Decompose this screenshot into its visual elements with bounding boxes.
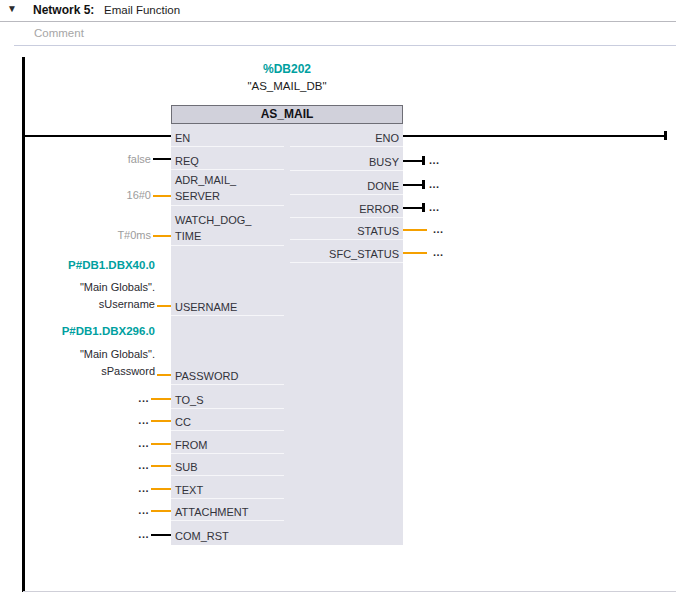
pin-done[interactable]: DONE bbox=[280, 178, 399, 194]
pin-underline bbox=[171, 453, 284, 454]
wire-username bbox=[157, 305, 171, 307]
operand-busy[interactable]: ... bbox=[429, 154, 445, 166]
pin-req[interactable]: REQ bbox=[175, 153, 199, 169]
pin-from[interactable]: FROM bbox=[175, 437, 207, 453]
operand-req[interactable]: false bbox=[60, 153, 151, 165]
pin-status[interactable]: STATUS bbox=[280, 223, 399, 239]
operand-status[interactable]: ... bbox=[433, 223, 449, 235]
wire-sfc-status bbox=[403, 252, 427, 254]
pin-text[interactable]: TEXT bbox=[175, 482, 203, 498]
operand-attachment[interactable]: ... bbox=[133, 504, 149, 516]
pin-username[interactable]: USERNAME bbox=[175, 299, 237, 315]
operand-sub[interactable]: ... bbox=[133, 459, 149, 471]
wire-error-endcap bbox=[422, 203, 425, 212]
wire-done-endcap bbox=[422, 180, 425, 189]
operand-adr-mail-server[interactable]: 16#0 bbox=[60, 189, 151, 201]
wire-sub bbox=[151, 465, 171, 467]
wire-watch-dog-time bbox=[153, 235, 171, 237]
pin-underline bbox=[171, 475, 284, 476]
operand-username[interactable]: "Main Globals". sUsername bbox=[20, 279, 155, 313]
pin-busy[interactable]: BUSY bbox=[280, 154, 399, 170]
comment-divider bbox=[14, 45, 676, 46]
operand-username-pointer[interactable]: P#DB1.DBX40.0 bbox=[20, 259, 155, 271]
wire-com-rst bbox=[151, 534, 171, 536]
pin-underline bbox=[171, 315, 284, 316]
wire-eno bbox=[403, 135, 667, 137]
operand-text[interactable]: ... bbox=[133, 482, 149, 494]
operand-to-s[interactable]: ... bbox=[133, 392, 149, 404]
operand-sfc-status[interactable]: ... bbox=[433, 246, 449, 258]
pin-watch-dog-time[interactable]: WATCH_DOG_ TIME bbox=[175, 212, 251, 244]
wire-busy bbox=[403, 160, 424, 162]
pin-underline bbox=[171, 146, 284, 147]
comment-input[interactable]: Comment bbox=[34, 27, 84, 39]
instance-db-number[interactable]: %DB202 bbox=[171, 62, 403, 76]
wire-from bbox=[151, 443, 171, 445]
wire-attachment bbox=[151, 510, 171, 512]
instance-db-name[interactable]: "AS_MAIL_DB" bbox=[171, 80, 403, 92]
operand-error[interactable]: ... bbox=[429, 201, 445, 213]
operand-cc[interactable]: ... bbox=[133, 414, 149, 426]
pin-underline bbox=[171, 169, 284, 170]
collapse-network-icon[interactable]: ▼ bbox=[7, 3, 17, 14]
wire-error bbox=[403, 207, 424, 209]
wire-cc bbox=[151, 420, 171, 422]
operand-com-rst[interactable]: ... bbox=[133, 528, 149, 540]
pin-eno[interactable]: ENO bbox=[280, 130, 399, 146]
wire-to-s bbox=[151, 398, 171, 400]
block-title[interactable]: AS_MAIL bbox=[171, 105, 403, 124]
wire-eno-endcap bbox=[664, 131, 667, 140]
wire-en bbox=[24, 135, 171, 137]
wire-text bbox=[151, 488, 171, 490]
network-editor: ▼ Network 5: Email Function Comment %DB2… bbox=[0, 0, 676, 596]
pin-cc[interactable]: CC bbox=[175, 414, 191, 430]
pin-attachment[interactable]: ATTACHMENT bbox=[175, 504, 249, 520]
pin-underline bbox=[171, 408, 284, 409]
pin-sfc-status[interactable]: SFC_STATUS bbox=[280, 246, 399, 262]
network-bottom-divider bbox=[23, 591, 676, 592]
pin-underline bbox=[171, 245, 284, 246]
operand-password[interactable]: "Main Globals". sPassword bbox=[20, 346, 155, 380]
pin-sub[interactable]: SUB bbox=[175, 459, 198, 475]
operand-watch-dog-time[interactable]: T#0ms bbox=[60, 229, 151, 241]
pin-underline bbox=[290, 262, 403, 263]
wire-adr-mail-server bbox=[153, 195, 171, 197]
pin-underline bbox=[171, 384, 284, 385]
wire-busy-endcap bbox=[422, 156, 425, 165]
pin-underline bbox=[171, 205, 284, 206]
network-title[interactable]: Email Function bbox=[104, 4, 180, 16]
pin-underline bbox=[290, 217, 403, 218]
pin-underline bbox=[290, 146, 403, 147]
pin-en[interactable]: EN bbox=[175, 130, 190, 146]
pin-error[interactable]: ERROR bbox=[280, 201, 399, 217]
pin-to-s[interactable]: TO_S bbox=[175, 392, 204, 408]
pin-underline bbox=[290, 239, 403, 240]
wire-req bbox=[153, 158, 171, 160]
wire-status bbox=[403, 229, 427, 231]
operand-password-pointer[interactable]: P#DB1.DBX296.0 bbox=[20, 325, 155, 337]
wire-password bbox=[157, 374, 171, 376]
pin-underline bbox=[290, 194, 403, 195]
pin-underline bbox=[290, 170, 403, 171]
pin-underline bbox=[171, 520, 284, 521]
operand-done[interactable]: ... bbox=[429, 178, 445, 190]
network-number-label[interactable]: Network 5: bbox=[33, 3, 94, 17]
pin-password[interactable]: PASSWORD bbox=[175, 368, 238, 384]
pin-com-rst[interactable]: COM_RST bbox=[175, 528, 229, 544]
pin-adr-mail-server[interactable]: ADR_MAIL_ SERVER bbox=[175, 172, 236, 204]
pin-underline bbox=[171, 430, 284, 431]
wire-done bbox=[403, 184, 424, 186]
pin-underline bbox=[171, 498, 284, 499]
header-divider bbox=[0, 21, 676, 22]
operand-from[interactable]: ... bbox=[133, 437, 149, 449]
